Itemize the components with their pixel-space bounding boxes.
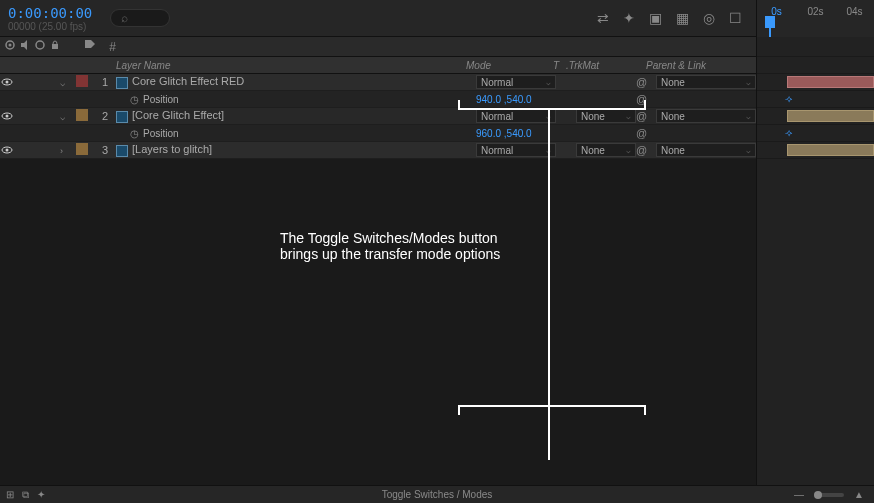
layer-index: 3 <box>94 144 112 156</box>
parent-dropdown[interactable]: None⌵ <box>656 109 756 123</box>
toggle-switches-modes-button[interactable]: Toggle Switches / Modes <box>382 489 493 500</box>
property-value[interactable]: 960.0 ,540.0 <box>476 128 556 139</box>
property-name: Position <box>143 128 179 139</box>
svg-point-5 <box>6 81 9 84</box>
chevron-down-icon: ⌵ <box>546 78 551 87</box>
search-input[interactable]: ⌕ <box>110 9 170 27</box>
property-name: Position <box>143 94 179 105</box>
svg-point-1 <box>9 44 12 47</box>
annotation-text: The Toggle Switches/Modes button brings … <box>280 230 500 262</box>
annotation-bracket-bottom <box>458 405 646 415</box>
search-icon: ⌕ <box>121 11 128 25</box>
time-ruler[interactable]: 0s 02s 04s <box>756 0 874 37</box>
layer-clip[interactable] <box>787 110 874 122</box>
stopwatch-icon[interactable]: ◷ <box>128 93 140 105</box>
twirl-down-icon[interactable]: ⌵ <box>60 78 65 88</box>
comp-icon <box>116 145 128 157</box>
layer-name[interactable]: Core Glitch Effect RED <box>132 75 244 87</box>
visibility-eye-icon[interactable] <box>0 143 14 157</box>
layer-index: 1 <box>94 76 112 88</box>
svg-rect-3 <box>52 44 58 49</box>
layer-row[interactable]: › 3 [Layers to glitch] Normal⌵ None⌵ @ N… <box>0 142 756 159</box>
svg-point-2 <box>36 41 44 49</box>
bottom-bar: ⊞ ⧉ ✦ Toggle Switches / Modes — ▲ <box>0 485 874 503</box>
layer-clip[interactable] <box>787 76 874 88</box>
draft-3d-icon[interactable]: ☐ <box>729 10 742 26</box>
layer-row[interactable]: ⌵ 1 Core Glitch Effect RED Normal⌵ @ Non… <box>0 74 756 91</box>
frame-fps: 00000 (25.00 fps) <box>8 21 92 32</box>
layer-row[interactable]: ⌵ 2 [Core Glitch Effect] Normal⌵ None⌵ @… <box>0 108 756 125</box>
solo-switch-icon[interactable] <box>34 39 46 54</box>
annotation-bracket-top <box>458 100 646 110</box>
chevron-down-icon: ⌵ <box>626 146 631 155</box>
column-header-row: Layer Name Mode T .TrkMat Parent & Link <box>0 57 756 74</box>
ruler-tick: 0s <box>757 6 796 17</box>
mode-header[interactable]: Mode <box>466 60 546 71</box>
top-bar: 0:00:00:00 00000 (25.00 fps) ⌕ ⇄ ✦ ▣ ▦ ◎… <box>0 0 874 37</box>
label-color-chip[interactable] <box>76 109 88 121</box>
label-column-icon[interactable] <box>84 39 102 54</box>
chevron-down-icon: ⌵ <box>746 112 751 121</box>
comp-toolbar-icons: ⇄ ✦ ▣ ▦ ◎ ☐ <box>597 10 754 26</box>
frame-blend-toggle-icon[interactable]: ⊞ <box>6 489 14 501</box>
keyframe-marker-icon[interactable]: ⟢ <box>785 127 792 139</box>
ruler-tick: 02s <box>796 6 835 17</box>
pickwhip-icon[interactable]: @ <box>636 110 647 122</box>
label-color-chip[interactable] <box>76 75 88 87</box>
parent-dropdown[interactable]: None⌵ <box>656 75 756 89</box>
twirl-right-icon[interactable]: › <box>60 146 63 156</box>
stopwatch-icon[interactable]: ◷ <box>128 127 140 139</box>
render-time-icon[interactable]: ✦ <box>37 489 45 501</box>
switches-row: # <box>0 37 756 57</box>
motion-blur-icon[interactable]: ▦ <box>676 10 689 26</box>
layer-clip[interactable] <box>787 144 874 156</box>
zoom-out-icon[interactable]: — <box>794 489 804 500</box>
zoom-in-icon[interactable]: ▲ <box>854 489 864 500</box>
graph-editor-icon[interactable]: ◎ <box>703 10 715 26</box>
property-row[interactable]: ◷ Position 960.0 ,540.0 @ <box>0 125 756 142</box>
svg-point-9 <box>6 149 9 152</box>
index-header: # <box>102 40 120 54</box>
ruler-tick: 04s <box>835 6 874 17</box>
playhead[interactable] <box>765 16 775 28</box>
layer-name-header[interactable]: Layer Name <box>112 60 466 71</box>
comp-flow-icon[interactable]: ⇄ <box>597 10 609 26</box>
layer-index: 2 <box>94 110 112 122</box>
t-header: T <box>546 60 566 71</box>
motion-blur-toggle-icon[interactable]: ⧉ <box>22 489 29 501</box>
pickwhip-icon[interactable]: @ <box>636 127 647 139</box>
layer-name[interactable]: [Core Glitch Effect] <box>132 109 224 121</box>
parent-dropdown[interactable]: None⌵ <box>656 143 756 157</box>
mode-dropdown[interactable]: Normal⌵ <box>476 75 556 89</box>
svg-point-7 <box>6 115 9 118</box>
pickwhip-icon[interactable]: @ <box>636 76 647 88</box>
chevron-down-icon: ⌵ <box>626 112 631 121</box>
comp-icon <box>116 111 128 123</box>
twirl-down-icon[interactable]: ⌵ <box>60 112 65 122</box>
audio-switch-icon[interactable] <box>19 39 31 54</box>
label-color-chip[interactable] <box>76 143 88 155</box>
layer-name[interactable]: [Layers to glitch] <box>132 143 212 155</box>
keyframe-marker-icon[interactable]: ⟢ <box>785 93 792 105</box>
chevron-down-icon: ⌵ <box>746 78 751 87</box>
visibility-eye-icon[interactable] <box>0 75 14 89</box>
pickwhip-icon[interactable]: @ <box>636 144 647 156</box>
video-switch-icon[interactable] <box>4 39 16 54</box>
timeline-lanes[interactable]: ⟢ ⟢ <box>756 37 874 485</box>
current-timecode[interactable]: 0:00:00:00 <box>8 5 92 21</box>
comp-icon <box>116 77 128 89</box>
visibility-eye-icon[interactable] <box>0 109 14 123</box>
mode-dropdown[interactable]: Normal⌵ <box>476 143 556 157</box>
mode-dropdown[interactable]: Normal⌵ <box>476 109 556 123</box>
frame-blend-icon[interactable]: ▣ <box>649 10 662 26</box>
shy-icon[interactable]: ✦ <box>623 10 635 26</box>
trkmat-header[interactable]: .TrkMat <box>566 60 626 71</box>
trkmat-dropdown[interactable]: None⌵ <box>576 109 636 123</box>
parent-link-header[interactable]: Parent & Link <box>646 60 746 71</box>
chevron-down-icon: ⌵ <box>746 146 751 155</box>
trkmat-dropdown[interactable]: None⌵ <box>576 143 636 157</box>
lock-switch-icon[interactable] <box>49 39 61 54</box>
zoom-slider[interactable] <box>814 493 844 497</box>
timecode-box[interactable]: 0:00:00:00 00000 (25.00 fps) <box>0 2 100 35</box>
